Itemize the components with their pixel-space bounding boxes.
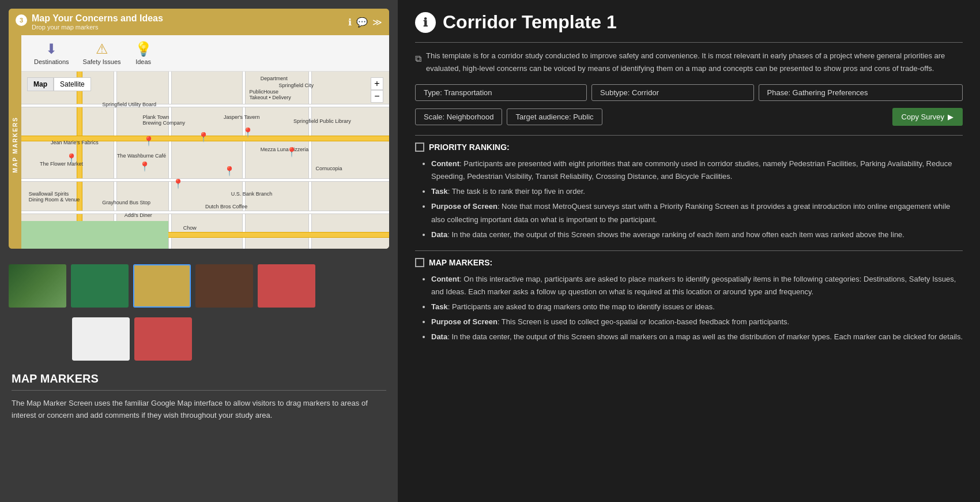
- meta-type: Type: Transportation: [415, 84, 587, 101]
- right-content: ℹ Corridor Template 1 ⧉ This template is…: [415, 12, 963, 343]
- meta-scale: Scale: Neighborhood: [415, 108, 502, 125]
- destinations-label: Destinations: [34, 58, 69, 65]
- thumbnail-5[interactable]: [258, 264, 315, 308]
- map-bullet-3: Purpose of Screen: This Screen is used t…: [431, 316, 963, 328]
- map-sidebar-text: MAP MARKERS: [12, 117, 18, 173]
- map-sidebar-label: MAP MARKERS: [9, 40, 21, 249]
- thumb-image-5: [258, 264, 315, 308]
- map-pin-7: 📍: [172, 178, 184, 189]
- map-label-tavern: Jasper's Tavern: [224, 114, 260, 120]
- thumb-image-1: [9, 264, 66, 308]
- map-widget-title: Map Your Concerns and Ideas: [32, 13, 163, 24]
- marker-ideas[interactable]: 💡 Ideas: [128, 39, 159, 68]
- map-controls: Map Satellite: [27, 77, 91, 91]
- map-label-pubhouse: PublicHouseTakeout • Delivery: [250, 89, 291, 100]
- map-text-3: : This Screen is used to collect geo-spa…: [497, 317, 789, 326]
- map-bullet-list: Content: On this interactive map, partic…: [415, 273, 963, 343]
- priority-term-3: Purpose of Screen: [431, 202, 497, 211]
- map-label-brewing: Plank TownBrewing Company: [143, 114, 186, 126]
- chat-icon[interactable]: 💬: [356, 17, 368, 28]
- map-zoom-controls: + −: [371, 77, 383, 103]
- map-label-dept: Department: [261, 76, 288, 81]
- road-v3: [168, 72, 172, 249]
- zoom-out-button[interactable]: −: [371, 90, 383, 103]
- ideas-icon: 💡: [135, 41, 152, 57]
- priority-term-4: Data: [431, 230, 447, 239]
- map-label-utility: Springfield Utility Board: [102, 102, 156, 107]
- info-icon[interactable]: ℹ: [348, 17, 352, 28]
- thumb-image-2: [71, 264, 129, 308]
- description-divider: [12, 390, 386, 391]
- section-priority-ranking: PRIORITY RANKING: Content: Participants …: [415, 143, 963, 241]
- map-widget-icons: ℹ 💬 ≫: [348, 17, 382, 28]
- thumb-image-4: [195, 264, 253, 308]
- thumb-image-3: [134, 265, 190, 306]
- priority-bullet-4: Data: In the data center, the output of …: [431, 228, 963, 241]
- map-widget-header-left: 3 Map Your Concerns and Ideas Drop your …: [16, 13, 163, 31]
- priority-bullet-list: Content: Participants are presented with…: [415, 158, 963, 241]
- safety-icon: ⚠: [96, 41, 108, 57]
- left-panel: 3 Map Your Concerns and Ideas Drop your …: [0, 0, 398, 502]
- map-label-dutch: Dutch Bros Coffee: [205, 204, 247, 209]
- map-pin-8: 📍: [66, 153, 77, 164]
- zoom-in-button[interactable]: +: [371, 77, 383, 90]
- map-widget-header: 3 Map Your Concerns and Ideas Drop your …: [9, 9, 389, 35]
- map-text-4: : In the data center, the output of this…: [447, 332, 963, 341]
- map-term-4: Data: [431, 332, 447, 341]
- copy-survey-button[interactable]: Copy Survey ▶: [892, 108, 963, 126]
- road-h2: [21, 104, 389, 107]
- thumbnail-2[interactable]: [71, 264, 129, 308]
- map-label-bus: Grayhound Bus Stop: [102, 200, 150, 205]
- section-heading-priority-text: PRIORITY RANKING:: [429, 143, 510, 152]
- description-text: The Map Marker Screen uses the familiar …: [12, 398, 386, 422]
- checkbox-map-icon[interactable]: [415, 258, 424, 267]
- thumbnail-4[interactable]: [195, 264, 253, 308]
- map-term-2: Task: [431, 302, 448, 311]
- green-belt: [21, 221, 168, 249]
- priority-bullet-2: Task: The task is to rank their top five…: [431, 185, 963, 198]
- thumbnail-1[interactable]: [9, 264, 66, 308]
- step-number: 3: [16, 14, 27, 26]
- more-thumb-image-2: [134, 317, 192, 361]
- section-heading-map-text: MAP MARKERS:: [429, 258, 492, 267]
- marker-destinations[interactable]: ⬇ Destinations: [27, 39, 76, 68]
- map-bullet-1: Content: On this interactive map, partic…: [431, 273, 963, 298]
- meta-tags-row2: Scale: Neighborhood Target audience: Pub…: [415, 108, 963, 126]
- map-label-city: Springfield City: [279, 83, 314, 88]
- copy-survey-label: Copy Survey: [902, 113, 944, 121]
- road-v4: [242, 72, 246, 249]
- map-label-library: Springfield Public Library: [293, 118, 351, 124]
- template-description-text: This template is for a corridor study co…: [426, 50, 963, 75]
- checkbox-priority-icon[interactable]: [415, 143, 424, 152]
- priority-text-4: : In the data center, the output of this…: [447, 230, 904, 239]
- right-title: Corridor Template 1: [443, 12, 617, 33]
- map-background[interactable]: Department Springfield Utility Board Spr…: [21, 72, 389, 249]
- map-label-swallow: Swallowail SpiritsDining Room & Venue: [29, 191, 80, 203]
- more-thumbnail-1[interactable]: [72, 317, 130, 361]
- map-widget: 3 Map Your Concerns and Ideas Drop your …: [9, 9, 389, 249]
- right-panel: ℹ Corridor Template 1 ⧉ This template is…: [398, 0, 980, 502]
- more-thumbnail-2[interactable]: [134, 317, 192, 361]
- section-heading-priority: PRIORITY RANKING:: [415, 143, 963, 152]
- destinations-icon: ⬇: [46, 41, 57, 57]
- map-label-corn: Cornucopia: [315, 166, 342, 171]
- map-btn-satellite[interactable]: Satellite: [54, 77, 91, 91]
- map-label-usbank: U.S. Bank Branch: [231, 191, 273, 197]
- map-text-1: : On this interactive map, participants …: [431, 275, 956, 296]
- map-label-addi: Addi's Diner: [125, 212, 152, 218]
- marker-safety[interactable]: ⚠ Safety Issues: [76, 39, 128, 68]
- copy-survey-arrow-icon: ▶: [948, 113, 953, 121]
- expand-icon[interactable]: ≫: [372, 17, 382, 28]
- priority-bullet-1: Content: Participants are presented with…: [431, 158, 963, 183]
- description-section: MAP MARKERS The Map Marker Screen uses t…: [0, 364, 398, 430]
- info-circle-icon: ℹ: [415, 12, 436, 33]
- copy-text-icon: ⧉: [415, 51, 421, 75]
- section-map-markers: MAP MARKERS: Content: On this interactiv…: [415, 258, 963, 343]
- thumbnail-3-selected[interactable]: [133, 264, 191, 308]
- map-term-1: Content: [431, 275, 459, 283]
- right-divider-2: [415, 135, 963, 136]
- map-bullet-4: Data: In the data center, the output of …: [431, 331, 963, 343]
- meta-phase: Phase: Gathering Preferences: [759, 84, 963, 101]
- map-pin-3: 📍: [242, 127, 254, 138]
- map-btn-map[interactable]: Map: [27, 77, 54, 91]
